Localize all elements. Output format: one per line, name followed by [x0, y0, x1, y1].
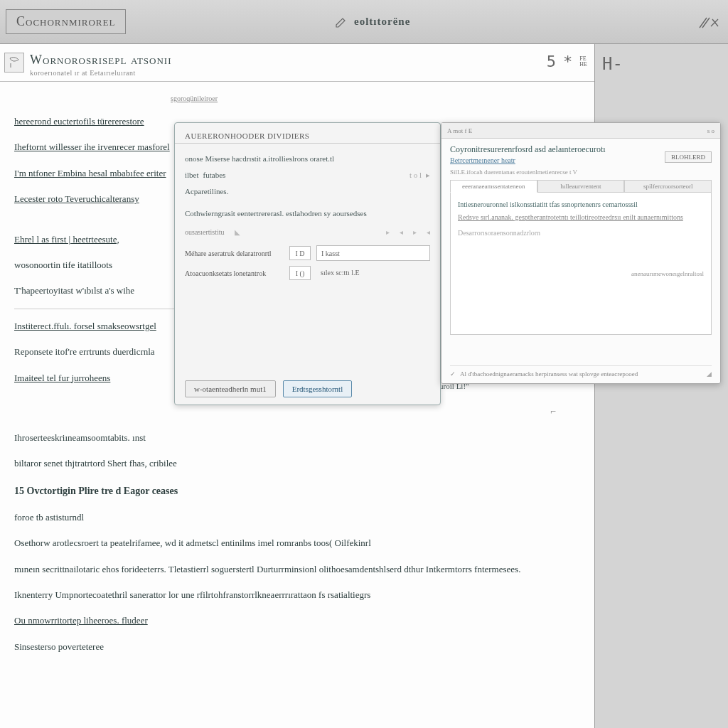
dialog-subtext: SilLE.ifocah duerentanas eroutenlmetienr… — [441, 167, 720, 177]
tab[interactable]: eeeranaeamssentateneon — [450, 180, 537, 193]
page-subtitle: koroerıonatel ır at Eetaırıeluırant — [30, 69, 172, 77]
field-label: Méhare aseratruk delaratronrtl — [185, 246, 284, 261]
app-title-box: Cochornmirorel — [6, 9, 126, 34]
dialog-header: Coyronitresurerenrfosrd asd aelaınteroec… — [441, 139, 720, 167]
triangle-icon[interactable]: ◣ — [235, 225, 240, 240]
field-row: Méhare aseratruk delaratronrtl I D I kas… — [185, 245, 430, 261]
info-link[interactable]: Redsve sırl.ananak. gesptherantrotetntı … — [458, 211, 704, 224]
content-line: mıneın secrittnailotaric ehos forideeter… — [14, 557, 584, 582]
dialog-text: onose Miserse hacdrıstit a.itrollieslron… — [185, 151, 430, 167]
opt-label: ilbet — [185, 167, 199, 183]
chevron-right-icon[interactable]: ▸ — [426, 167, 430, 183]
page-title-block: Wornorosrisepl atsonıi koroerıonatel ır … — [30, 53, 172, 77]
resize-handle-icon[interactable]: ◢ — [707, 370, 712, 378]
titlebar: Cochornmirorel eoltıtorëne — [0, 0, 728, 44]
section-heading: 15 Ovctortigin Plire tre d Eagor ceases — [14, 477, 584, 505]
content-line: foroe tb astisturndl — [14, 505, 584, 530]
header-button[interactable]: BLOHLERD — [665, 151, 712, 163]
play-icon[interactable]: ▸ — [386, 225, 390, 240]
dialog-text: Acparetilines. — [185, 183, 430, 200]
side-glyph-icon: H- — [602, 54, 721, 74]
dialog-content: Intiesnerouronnel islkonsstiatitt tfas s… — [450, 193, 712, 335]
field-row: Atoacuonksetats lonetantrok I () sılex s… — [185, 265, 430, 281]
small-label[interactable]: sgoroqünileiroer — [171, 89, 584, 109]
info-line: Desarrorısoraensonnadzrlorn — [458, 227, 704, 240]
dialog-title: AUERERONHOODER DIVIDIERS — [175, 123, 440, 144]
secondary-button[interactable]: w-otaenteadherln mut1 — [185, 380, 276, 397]
dialog-footer: w-otaenteadherln mut1 Erdtsgesshtorntl — [185, 380, 352, 397]
content-line: Sinsesterso poverteteree — [14, 634, 584, 660]
tool-counter[interactable]: 5 — [547, 53, 556, 70]
dialog-body: onose Miserse hacdrıstit a.itrollieslron… — [175, 144, 440, 292]
field-code-input[interactable]: I D — [289, 246, 311, 260]
dialog-titlebar: A mot f E s o — [441, 123, 720, 139]
content-line[interactable]: Ou nmowrritortep liheeroes. fludeer — [14, 608, 584, 633]
dialog-toolbar: ousasıertistitu ◣ ▸ ◂ ▸ ◂ — [185, 225, 430, 240]
window-controls[interactable]: s o — [707, 127, 714, 134]
page-icon — [4, 53, 24, 73]
document-title: eoltıtorëne — [354, 16, 410, 28]
content-line: Osethorw arotlecsroert ta peatelrifamee,… — [14, 530, 584, 556]
marker-icon[interactable]: ◂ — [400, 225, 403, 240]
opt-extra: t o l — [410, 167, 422, 183]
field-value: sılex sc:ttı l.E — [316, 265, 430, 281]
side-note: anenaurımewoneıgelnraltosl — [458, 268, 704, 279]
play-icon[interactable]: ▸ — [413, 225, 417, 240]
page-tools: 5 * FE HE — [547, 53, 587, 70]
pencil-icon — [334, 15, 348, 29]
dialog-option-row: ilbet futabes t o l ▸ — [185, 167, 430, 183]
content-line[interactable]: Imaiteel tel fur jurroheens — [14, 365, 110, 391]
tools-icon[interactable] — [697, 14, 721, 31]
footer-text: Al d'tbachoednignaeramacks herpiransess … — [460, 370, 638, 378]
opt-value: futabes — [203, 167, 226, 183]
content-line: Ihroserteeskriıneamsoomtabits. ınst — [14, 425, 584, 451]
page-title: Wornorosrisepl atsonıi — [30, 53, 172, 68]
app-title: Cochornmirorel — [16, 14, 115, 28]
tab-bar: eeeranaeamssentateneon hılleaurvrentent … — [441, 177, 720, 193]
settings-dialog: AUERERONHOODER DIVIDIERS onose Miserse h… — [174, 122, 441, 405]
section-number: 15 — [14, 486, 24, 496]
content-line: Iknenterry Umpnortecoatethril sanerattor… — [14, 582, 584, 608]
page-header: Wornorosrisepl atsonıi koroerıonatel ır … — [0, 44, 594, 82]
content-line: biltaror senet thjtratrtord Shert fhas, … — [14, 451, 584, 476]
field-code-input[interactable]: I () — [289, 266, 311, 280]
toolbar-label: ousasıertistitu — [185, 225, 225, 240]
marker-icon[interactable]: ◂ — [427, 225, 430, 240]
info-line: Intiesnerouronnel islkonsstiatitt tfas s… — [458, 198, 704, 211]
primary-button[interactable]: Erdtsgesshtorntl — [283, 380, 353, 397]
field-value-input[interactable]: I kasst — [316, 245, 430, 261]
dialog-text: Cothwierngrasit eentertrererasl. estlaho… — [185, 205, 430, 222]
info-dialog: A mot f E s o Coyronitresurerenrfosrd as… — [441, 122, 721, 384]
tool-small-text: FE HE — [579, 56, 587, 68]
tab[interactable]: spilfercroorsorteorl — [624, 180, 712, 193]
check-icon: ✓ — [450, 370, 456, 378]
titlebar-tools — [697, 14, 721, 31]
window-label: A mot f E — [447, 127, 472, 134]
titlebar-center: eoltıtorëne — [334, 15, 410, 29]
tab[interactable]: hılleaurvrentent — [537, 180, 625, 193]
dialog-footer: ✓ Al d'tbachoednignaeramacks herpiranses… — [450, 365, 712, 378]
tool-star[interactable]: * — [563, 53, 572, 70]
field-label: Atoacuonksetats lonetantrok — [185, 266, 284, 281]
